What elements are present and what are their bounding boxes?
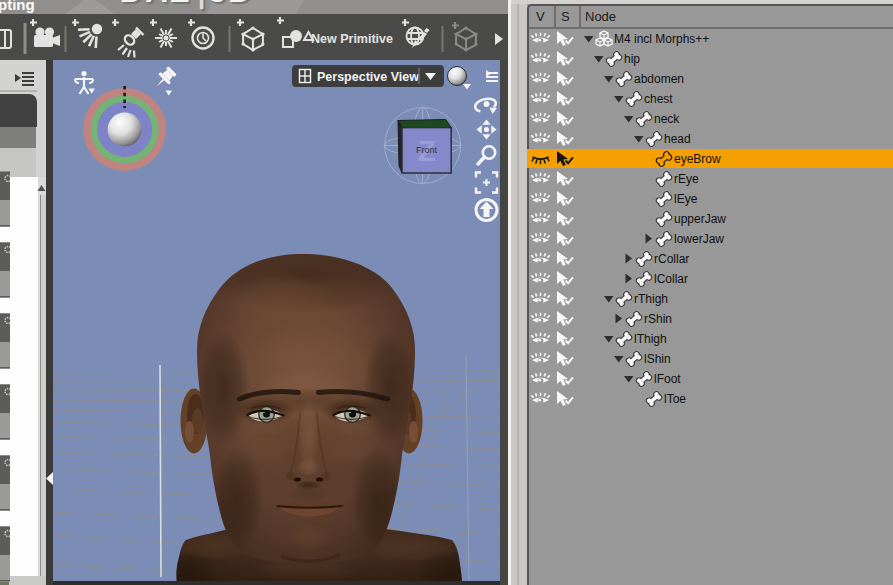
svg-text:head: head — [664, 132, 691, 146]
svg-text:upperJaw: upperJaw — [674, 212, 726, 226]
svg-text:lToe: lToe — [664, 392, 686, 406]
svg-text:New Primitive: New Primitive — [311, 32, 393, 46]
svg-text:lFoot: lFoot — [654, 372, 681, 386]
svg-text:lEye: lEye — [674, 192, 698, 206]
svg-text:rEye: rEye — [674, 172, 699, 186]
svg-text:rShin: rShin — [644, 312, 672, 326]
svg-text:M4 incl Morphs++: M4 incl Morphs++ — [614, 32, 709, 46]
svg-text:lowerJaw: lowerJaw — [674, 232, 724, 246]
svg-text:Front: Front — [416, 145, 438, 155]
svg-text:chest: chest — [644, 92, 673, 106]
svg-text:lCollar: lCollar — [654, 272, 688, 286]
svg-text:Perspective View: Perspective View — [317, 70, 419, 84]
svg-text:neck: neck — [654, 112, 680, 126]
svg-text:lShin: lShin — [644, 352, 671, 366]
svg-text:rThigh: rThigh — [634, 292, 668, 306]
svg-text:abdomen: abdomen — [634, 72, 684, 86]
svg-text:lThigh: lThigh — [634, 332, 667, 346]
svg-text:rCollar: rCollar — [654, 252, 689, 266]
svg-text:eyeBrow: eyeBrow — [674, 152, 721, 166]
svg-text:hip: hip — [624, 52, 640, 66]
